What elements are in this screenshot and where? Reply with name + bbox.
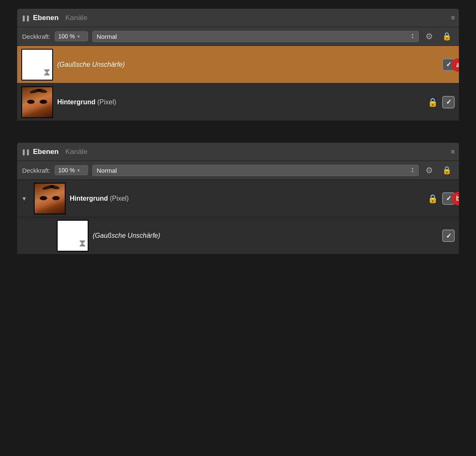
panel-a-toolbar: Deckkraft: 100 % ▼ Normal ▲▼ ⚙ 🔒 — [17, 27, 459, 46]
opacity-value-a: 100 % — [58, 33, 75, 40]
layer-gaussche-a[interactable]: ⧗ (Gaußsche Unschärfe) ✓ — [17, 46, 459, 83]
hourglass-icon-b: ⧗ — [79, 237, 86, 249]
expand-arrow-b[interactable]: ▼ — [21, 195, 30, 202]
lock-button-a[interactable]: 🔒 — [440, 31, 454, 42]
layer-name-gaussche-a: (Gaußsche Unschärfe) — [57, 61, 438, 68]
layer-info-gaussche-b: (Gaußsche Unschärfe) — [93, 232, 438, 239]
layer-actions-hintergrund-a: 🔒 ✓ — [428, 96, 455, 108]
gear-button-a[interactable]: ⚙ — [423, 30, 435, 42]
layer-hintergrund-a[interactable]: Hintergrund (Pixel) 🔒 ✓ — [17, 83, 459, 121]
face-sim-a — [22, 87, 52, 117]
gear-button-b[interactable]: ⚙ — [423, 164, 435, 176]
opacity-control-b[interactable]: 100 % ▼ — [55, 165, 88, 175]
face-sim-b — [35, 184, 65, 214]
blend-mode-control-b[interactable]: Normal ▲▼ — [92, 165, 419, 176]
lock-icon-hintergrund-a: 🔒 — [428, 97, 438, 107]
panel-b-toolbar: Deckkraft: 100 % ▼ Normal ▲▼ ⚙ 🔒 — [17, 161, 459, 180]
blend-mode-arrows-a: ▲▼ — [411, 33, 414, 40]
layer-info-hintergrund-a: Hintergrund (Pixel) — [57, 98, 423, 106]
opacity-value-b: 100 % — [58, 167, 75, 174]
hourglass-icon-a: ⧗ — [43, 66, 51, 78]
layer-type-b: (Pixel) — [110, 195, 129, 202]
deckkraft-label-b: Deckkraft: — [22, 167, 51, 174]
panel-a-header: ❚❚ Ebenen Kanäle ≡ — [17, 9, 459, 27]
blend-mode-value-a: Normal — [97, 33, 117, 40]
layer-thumbnail-gaussche-a: ⧗ — [21, 49, 53, 81]
layer-info-gaussche-a: (Gaußsche Unschärfe) — [57, 61, 438, 68]
layer-name-hintergrund-b: Hintergrund (Pixel) — [70, 195, 423, 202]
face-eyes-a — [27, 100, 47, 104]
pause-icon-a: ❚❚ — [21, 15, 30, 21]
layer-actions-hintergrund-b: 🔒 ✓ — [428, 192, 455, 205]
lock-icon-hintergrund-b: 🔒 — [428, 194, 438, 204]
menu-icon-b[interactable]: ≡ — [451, 148, 455, 156]
opacity-control-a[interactable]: 100 % ▼ — [55, 31, 88, 41]
blend-mode-value-b: Normal — [97, 167, 117, 174]
layer-hintergrund-b[interactable]: ▼ Hintergrund (Pixel) 🔒 ✓ — [17, 180, 459, 217]
layer-thumbnail-hintergrund-a — [21, 86, 53, 118]
deckkraft-label-a: Deckkraft: — [22, 33, 51, 40]
menu-icon-a[interactable]: ≡ — [451, 14, 455, 22]
face-eyes-b — [40, 196, 60, 200]
layer-thumbnail-gaussche-b: ⧗ — [57, 220, 89, 252]
eye-left-a — [27, 100, 35, 104]
tab-ebenen-b[interactable]: Ebenen — [33, 148, 58, 156]
layer-type-a: (Pixel) — [97, 98, 116, 106]
eye-left-b — [40, 196, 47, 200]
tab-ebenen-a[interactable]: Ebenen — [33, 14, 58, 22]
blend-mode-arrows-b: ▲▼ — [411, 167, 414, 174]
eye-right-b — [52, 196, 60, 200]
lock-button-b[interactable]: 🔒 — [440, 165, 454, 176]
layer-name-hintergrund-a: Hintergrund (Pixel) — [57, 98, 423, 106]
layer-info-hintergrund-b: Hintergrund (Pixel) — [70, 195, 423, 202]
checkbox-hintergrund-a[interactable]: ✓ — [442, 96, 455, 108]
pause-icon-b: ❚❚ — [21, 149, 30, 155]
layer-thumbnail-hintergrund-b — [34, 183, 66, 214]
panel-b-header: ❚❚ Ebenen Kanäle ≡ — [17, 143, 459, 161]
tab-kanaele-a[interactable]: Kanäle — [65, 14, 87, 22]
layer-actions-gaussche-b: ✓ — [442, 229, 455, 242]
blend-mode-control-a[interactable]: Normal ▲▼ — [92, 31, 419, 42]
layer-name-bold-a: Hintergrund — [57, 98, 96, 106]
opacity-arrow-b: ▼ — [76, 168, 81, 173]
layer-name-bold-b: Hintergrund — [70, 195, 108, 202]
panel-a: ❚❚ Ebenen Kanäle ≡ Deckkraft: 100 % ▼ No… — [17, 8, 459, 121]
layer-gaussche-b[interactable]: ⧗ (Gaußsche Unschärfe) ✓ — [17, 217, 459, 254]
tab-kanaele-b[interactable]: Kanäle — [65, 148, 87, 156]
checkbox-gaussche-b[interactable]: ✓ — [442, 229, 455, 242]
panel-b: ↖ ❚❚ Ebenen Kanäle ≡ Deckkraft: 100 % ▼ … — [17, 142, 459, 255]
opacity-arrow-a: ▼ — [76, 34, 81, 39]
layer-name-gaussche-b: (Gaußsche Unschärfe) — [93, 232, 438, 239]
eye-right-a — [40, 100, 47, 104]
